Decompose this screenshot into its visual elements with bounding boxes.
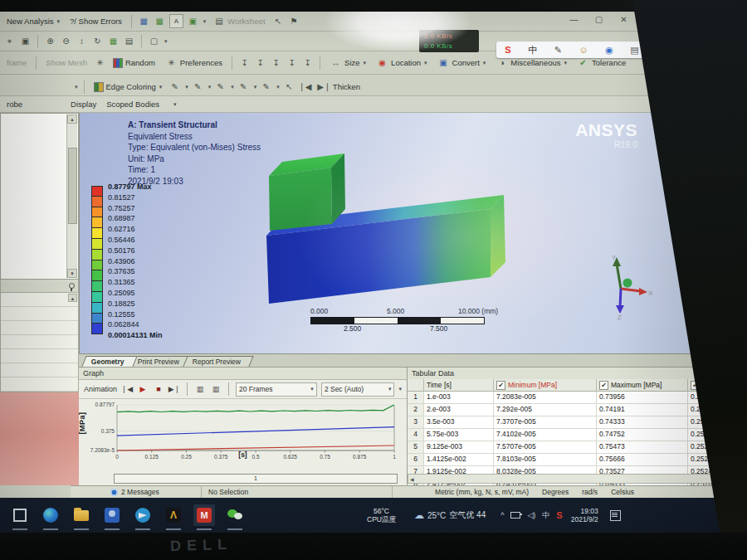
skip-start-button[interactable]: ❘◀ [121,383,133,395]
table-horizontal-scrollbar[interactable]: ◀ › [408,474,716,484]
stress-model[interactable] [221,151,586,321]
zoom-in-icon[interactable]: ⊕ [44,35,56,47]
coordinate-triad[interactable]: Y X Z [588,252,654,320]
task-view-button[interactable] [9,504,31,526]
scroll-up-icon[interactable]: ▲ [67,114,77,124]
details-view-panel[interactable]: ▲ [0,293,79,392]
interval-icon[interactable]: ▥ [194,383,206,395]
emoji-icon[interactable]: ☺ [579,45,588,55]
checkbox-checked-icon[interactable]: ✔ [496,381,505,390]
duration-dropdown[interactable]: 2 Sec (Auto)▾ [321,382,395,397]
pin-icon[interactable] [69,283,75,289]
zoom-select-icon[interactable]: ⌖ [3,35,16,47]
sogou-logo-icon[interactable]: S [505,45,510,55]
probe-tab[interactable]: robe [3,98,26,110]
table-row[interactable]: 33.5e-0037.3707e-0050.743330.2521 [408,416,716,429]
chinese-mode-icon[interactable]: 中 [528,44,537,56]
messages-status[interactable]: 2 Messages [104,486,202,498]
chevron-down-icon[interactable]: ▾ [164,38,168,45]
chevron-down-icon[interactable]: ▾ [185,84,188,90]
probe-icon[interactable]: ↧ [286,56,298,69]
probe-icon[interactable]: ↧ [301,56,314,69]
probe-icon[interactable]: ↧ [254,56,266,69]
stress-chart[interactable]: [MPa] 0.877970.3757.2083e-500.1250.250.3… [79,399,407,472]
table-header-maximum[interactable]: ✔Maximum [MPa] [597,379,688,392]
pointer-icon[interactable]: ↖ [272,15,285,27]
image-icon[interactable]: ▣ [187,15,199,27]
chevron-down-icon[interactable]: ▾ [231,84,234,90]
scrollbar-thumb[interactable] [68,148,77,224]
scoped-bodies-dropdown[interactable]: Scoped Bodies▾ [103,98,179,110]
stop-button[interactable]: ■ [153,383,164,395]
chevron-down-icon[interactable]: ▾ [254,84,257,90]
size-dropdown[interactable]: ↔Size▾ [326,55,369,71]
tab-geometry[interactable]: Geometry [81,356,137,367]
table-header-cell[interactable] [408,379,424,392]
hidden-icons-button[interactable]: ^ [500,511,504,519]
messaging-app-button[interactable] [132,504,154,526]
ansys-app-button[interactable]: Λ [163,504,184,526]
chevron-down-icon[interactable]: ▾ [203,18,207,25]
scroll-down-icon[interactable]: ▼ [67,269,77,278]
worksheet-button[interactable]: ▤Worksheet [209,13,268,29]
chevron-down-icon[interactable]: ▾ [75,84,78,90]
sogou-input-bar[interactable]: S 中 ✎ ☺ ◉ ▤ [496,41,647,58]
scale-icon[interactable]: ❘◀ [299,80,311,93]
scroll-up-icon[interactable]: ▲ [68,294,77,302]
skip-end-button[interactable]: ▶❘ [168,383,180,395]
table-row[interactable]: 22.e-0037.292e-0050.741910.2528 [408,404,716,416]
tag-icon[interactable]: ⚑ [288,15,300,27]
save-icon[interactable]: ▤ [123,35,135,47]
file-explorer-button[interactable] [71,504,92,526]
chevron-down-icon[interactable]: ▾ [208,84,212,90]
location-dropdown[interactable]: ◉Location▾ [373,55,430,71]
edge-style-icon[interactable]: ✎ [214,80,227,93]
edge-style-icon[interactable]: ✎ [237,80,250,93]
edge-style-icon[interactable]: ✎ [260,80,272,93]
thicken-button[interactable]: ▶❘Thicken [315,79,364,95]
image-capture-icon[interactable]: ▦ [107,35,120,47]
refresh-icon[interactable]: ↻ [91,35,104,47]
table-row[interactable]: 11.e-0037.2083e-0050.739560.2522 [408,392,716,404]
frames-dropdown[interactable]: 20 Frames▾ [236,382,317,397]
new-analysis-button[interactable]: New Analysis▾ [3,15,63,27]
table-row[interactable]: 59.125e-0037.5707e-0050.754730.2522 [408,441,716,454]
probe-icon[interactable]: ↧ [270,56,282,69]
tab-report-preview[interactable]: Report Preview [183,356,253,367]
wireframe-button[interactable]: frame [3,56,30,69]
stress-legend[interactable]: 0.87797 Max0.815270.752570.689870.627160… [91,186,183,334]
play-button[interactable]: ▶ [137,383,149,395]
table-row[interactable]: 61.4125e-0027.8103e-0050.756660.2528 [408,454,716,466]
pin-tool-icon[interactable]: ↖ [283,80,295,93]
chart-canvas[interactable]: 0.877970.3757.2083e-500.1250.250.3750.50… [85,399,401,470]
battery-icon[interactable] [510,512,520,519]
edge-style-icon[interactable]: ✎ [168,80,181,93]
chevron-down-icon[interactable]: ▾ [276,84,280,90]
keyboard-icon[interactable]: ▤ [630,45,638,56]
zoom-out-icon[interactable]: ⊖ [60,35,72,47]
outline-tree-panel[interactable]: ▲ ▼ [0,113,79,280]
action-center-button[interactable] [610,510,621,521]
ime-indicator[interactable]: 中 [542,510,549,521]
table-header-time[interactable]: Time [s] [424,379,494,392]
show-mesh-button[interactable]: Show Mesh [42,56,90,69]
taskbar-clock[interactable]: 19:03 2021/9/2 [571,507,598,524]
wechat-button[interactable] [224,504,246,526]
table-header-minimum[interactable]: ✔Minimum [MPa] [494,379,597,392]
sogou-tray-icon[interactable]: S [556,510,562,520]
minimize-button[interactable]: — [569,15,579,24]
chevron-down-icon[interactable]: ▾ [398,386,402,392]
pen-icon[interactable]: ✎ [554,45,562,56]
random-button[interactable]: Random [110,56,159,70]
grid-icon[interactable]: ▦ [138,15,150,27]
outline-scrollbar[interactable]: ▲ ▼ [66,114,77,278]
microphone-icon[interactable]: ◉ [605,45,613,56]
triad-icon[interactable]: ✳ [94,56,106,69]
zoom-fit-icon[interactable]: ↕ [76,35,88,47]
annotation-letter-icon[interactable]: A [169,14,183,28]
edge-browser-button[interactable] [40,504,61,526]
scroll-left-icon[interactable]: ◀ [410,476,414,482]
convert-dropdown[interactable]: ▣Convert▾ [434,55,490,71]
checkbox-checked-icon[interactable]: ✔ [599,381,608,390]
weather-widget[interactable]: ☁ 25°C 空气优 44 [414,509,486,521]
